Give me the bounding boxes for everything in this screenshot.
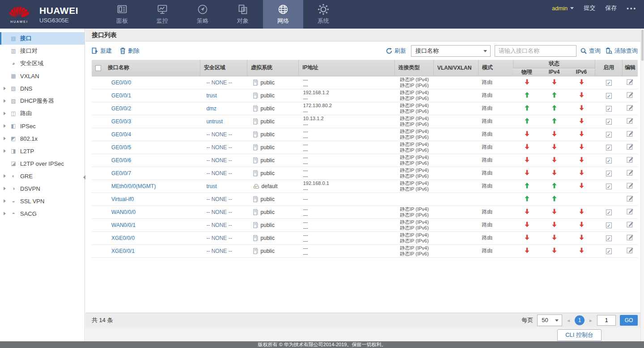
filter-field-select[interactable]: 接口名称 — [411, 45, 491, 57]
interface-link[interactable]: GE0/0/6 — [111, 157, 131, 164]
zone-link[interactable]: trust — [206, 183, 216, 189]
sidebar-item-dot1x[interactable]: ◩802.1x — [0, 132, 85, 145]
prev-page-icon[interactable]: ◄ — [566, 318, 571, 323]
expand-arrow-icon[interactable] — [0, 99, 9, 103]
enable-checkbox[interactable]: ✓ — [606, 248, 612, 254]
expand-arrow-icon[interactable] — [0, 199, 9, 203]
nav-tab-dashboard[interactable]: 面板 — [102, 0, 142, 29]
enable-checkbox[interactable]: ✓ — [606, 184, 612, 189]
interface-link[interactable]: XGE0/0/0 — [111, 235, 135, 241]
expand-arrow-icon[interactable] — [0, 87, 9, 90]
edit-button[interactable] — [627, 221, 634, 228]
edit-button[interactable] — [627, 117, 634, 124]
sidebar-item-interface[interactable]: ▤接口 — [0, 32, 85, 45]
go-button[interactable]: GO — [620, 315, 638, 326]
interface-link[interactable]: GE0/0/2 — [111, 105, 131, 112]
enable-checkbox[interactable]: ✓ — [606, 106, 612, 112]
edit-button[interactable] — [627, 104, 634, 111]
zone-link[interactable]: -- NONE -- — [206, 248, 232, 254]
interface-link[interactable]: WAN0/0/0 — [111, 209, 136, 215]
edit-button[interactable] — [627, 91, 634, 98]
edit-button[interactable] — [627, 195, 634, 202]
edit-button[interactable] — [627, 169, 634, 176]
enable-checkbox[interactable]: ✓ — [606, 119, 612, 125]
zone-link[interactable]: -- NONE -- — [206, 157, 232, 164]
zone-link[interactable]: untrust — [206, 118, 223, 125]
enable-checkbox[interactable]: ✓ — [606, 222, 612, 228]
zone-link[interactable]: dmz — [206, 105, 216, 112]
zone-link[interactable]: -- NONE -- — [206, 170, 232, 176]
sidebar-item-ssl-vpn[interactable]: ◒SSL VPN — [0, 195, 85, 207]
interface-link[interactable]: GE0/0/7 — [111, 170, 131, 176]
enable-checkbox[interactable]: ✓ — [606, 93, 612, 99]
zone-link[interactable]: trust — [206, 92, 216, 99]
zone-link[interactable]: -- NONE -- — [206, 235, 232, 241]
expand-arrow-icon[interactable] — [0, 149, 9, 153]
page-scrollbar[interactable] — [640, 29, 644, 341]
enable-checkbox[interactable]: ✓ — [606, 235, 612, 241]
nav-tab-object[interactable]: 对象 — [223, 0, 263, 29]
enable-checkbox[interactable]: ✓ — [606, 132, 612, 138]
expand-arrow-icon[interactable] — [0, 174, 9, 178]
nav-tab-monitor[interactable]: 监控 — [142, 0, 182, 29]
sidebar-item-l2tp[interactable]: ◨L2TP — [0, 145, 85, 157]
sidebar-item-interface-pair[interactable]: ▥接口对 — [0, 45, 85, 57]
interface-link[interactable]: GE0/0/0 — [111, 80, 131, 86]
nav-tab-policy[interactable]: 策略 — [182, 0, 223, 29]
next-page-icon[interactable]: ► — [589, 318, 593, 323]
save-button[interactable]: 保存 — [605, 4, 617, 12]
sidebar-item-sacg[interactable]: ◓SACG — [0, 207, 85, 220]
nav-tab-system[interactable]: 系统 — [303, 0, 343, 29]
select-all-checkbox[interactable] — [95, 65, 101, 71]
expand-arrow-icon[interactable] — [0, 212, 9, 215]
expand-arrow-icon[interactable] — [0, 137, 9, 140]
sidebar-collapse-icon[interactable] — [83, 175, 85, 180]
expand-arrow-icon[interactable] — [0, 187, 9, 190]
query-button[interactable]: 查询 — [580, 47, 601, 55]
edit-button[interactable] — [627, 78, 634, 85]
new-button[interactable]: 新建 — [92, 47, 112, 55]
sidebar-item-ipsec[interactable]: ◧IPSec — [0, 120, 85, 132]
sidebar-item-gre[interactable]: ◐GRE — [0, 170, 85, 182]
edit-button[interactable] — [627, 143, 634, 150]
enable-checkbox[interactable]: ✓ — [606, 80, 612, 86]
sidebar-item-route[interactable]: ◫路由 — [0, 107, 85, 120]
interface-link[interactable]: MEth0/0/0(MGMT) — [111, 183, 156, 189]
enable-checkbox[interactable]: ✓ — [606, 171, 612, 176]
sidebar-item-security-zone[interactable]: ◕安全区域 — [0, 57, 85, 70]
search-input[interactable] — [495, 45, 576, 57]
interface-link[interactable]: WAN0/0/1 — [111, 222, 136, 228]
enable-checkbox[interactable]: ✓ — [606, 145, 612, 151]
edit-button[interactable] — [627, 234, 634, 241]
delete-button[interactable]: 删除 — [120, 47, 140, 55]
zone-link[interactable]: -- NONE -- — [206, 209, 232, 215]
commit-button[interactable]: 提交 — [584, 4, 595, 12]
edit-button[interactable] — [627, 156, 634, 163]
refresh-button[interactable]: 刷新 — [386, 47, 406, 55]
per-page-select[interactable]: 50 — [537, 314, 562, 326]
zone-link[interactable]: -- NONE -- — [206, 80, 232, 86]
interface-link[interactable]: GE0/0/4 — [111, 131, 131, 138]
edit-button[interactable] — [627, 182, 634, 189]
sidebar-item-l2tp-over-ipsec[interactable]: ◪L2TP over IPSec — [0, 157, 85, 170]
interface-link[interactable]: Virtual-if0 — [111, 196, 134, 202]
enable-checkbox[interactable]: ✓ — [606, 158, 612, 164]
current-page-button[interactable]: 1 — [575, 315, 585, 325]
page-jump-input[interactable] — [597, 315, 616, 326]
sidebar-item-dns[interactable]: ▧DNS — [0, 82, 85, 95]
expand-arrow-icon[interactable] — [0, 124, 9, 128]
cli-console-button[interactable]: CLI 控制台 — [557, 329, 602, 341]
zone-link[interactable]: -- NONE -- — [206, 222, 232, 228]
clear-query-button[interactable]: 清除查询 — [606, 47, 638, 55]
sidebar-item-vxlan[interactable]: ▦VXLAN — [0, 70, 85, 82]
expand-arrow-icon[interactable] — [0, 112, 9, 115]
interface-link[interactable]: GE0/0/5 — [111, 144, 131, 151]
edit-button[interactable] — [627, 247, 634, 254]
interface-link[interactable]: XGE0/0/1 — [111, 248, 135, 254]
zone-link[interactable]: -- NONE -- — [206, 196, 232, 202]
enable-checkbox[interactable]: ✓ — [606, 210, 612, 215]
user-menu[interactable]: admin — [552, 5, 574, 12]
interface-link[interactable]: GE0/0/1 — [111, 92, 131, 99]
nav-tab-network[interactable]: 网络 — [263, 0, 303, 29]
edit-button[interactable] — [627, 208, 634, 215]
